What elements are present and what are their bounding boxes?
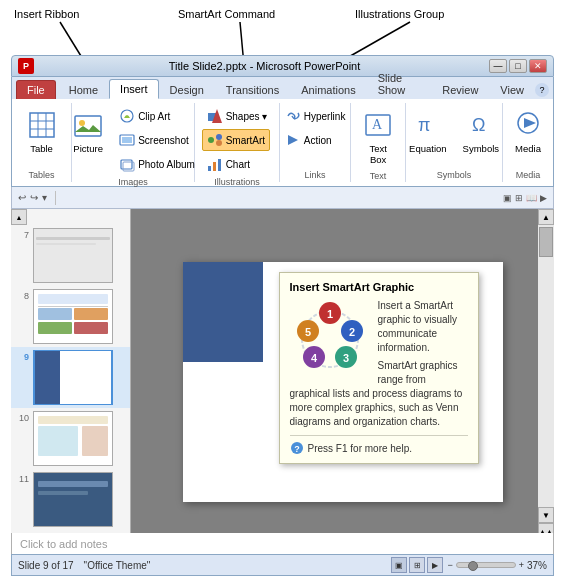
picture-button[interactable]: Picture	[66, 105, 110, 158]
symbol-icon: Ω	[465, 109, 497, 141]
slide-thumb-7[interactable]: 7	[11, 225, 130, 286]
toolbar-customize[interactable]: ▾	[42, 192, 47, 203]
slide-blue-block	[183, 262, 263, 362]
zoom-slider[interactable]	[456, 562, 516, 568]
shapes-icon	[207, 108, 223, 124]
tab-review[interactable]: Review	[431, 80, 489, 99]
slide-preview-7	[33, 228, 113, 283]
tab-slide-show[interactable]: Slide Show	[367, 68, 432, 99]
slide-thumb-11[interactable]: 11	[11, 469, 130, 530]
illustrations-group: Shapes ▾ SmartArt Chart Illustrations	[195, 103, 280, 182]
tooltip-title: Insert SmartArt Graphic	[290, 281, 468, 293]
svg-rect-45	[82, 426, 108, 456]
illustrations-group-label: Illustrations Group	[355, 8, 444, 20]
media-group: Media Media	[503, 103, 553, 182]
slide-scroll-up[interactable]: ▲	[11, 209, 27, 225]
text-box-label: TextBox	[369, 143, 386, 165]
tab-transitions[interactable]: Transitions	[215, 80, 290, 99]
normal-view-status-btn[interactable]: ▣	[391, 557, 407, 573]
zoom-out-btn[interactable]: −	[447, 560, 452, 570]
smartart-button[interactable]: SmartArt	[202, 129, 270, 151]
slide-sorter-btn[interactable]: ⊞	[515, 193, 523, 203]
slide-thumb-10[interactable]: 10	[11, 408, 130, 469]
picture-icon	[72, 109, 104, 141]
slide-num-11: 11	[15, 474, 29, 484]
shapes-button[interactable]: Shapes ▾	[202, 105, 273, 127]
toolbar-undo[interactable]: ↩	[18, 192, 26, 203]
svg-point-18	[216, 134, 222, 140]
images-group-label: Images	[118, 177, 148, 187]
tab-animations[interactable]: Animations	[290, 80, 366, 99]
slideshow-btn[interactable]: ▶	[540, 193, 547, 203]
tooltip-footer: ? Press F1 for more help.	[290, 435, 468, 455]
scroll-down-btn[interactable]: ▼	[538, 507, 554, 523]
svg-marker-23	[288, 135, 298, 145]
slide-preview-8	[33, 289, 113, 344]
help-icon[interactable]: ?	[535, 83, 549, 97]
scroll-thumb[interactable]	[539, 227, 553, 257]
scroll-track[interactable]	[538, 225, 554, 507]
action-button[interactable]: Action	[280, 129, 337, 151]
slide-thumb-9[interactable]: 9	[11, 347, 130, 408]
tab-home[interactable]: Home	[58, 80, 109, 99]
equation-button[interactable]: π Equation	[403, 105, 453, 158]
slideshow-status-btn[interactable]: ▶	[427, 557, 443, 573]
table-button[interactable]: Table	[20, 105, 64, 158]
text-box-button[interactable]: A TextBox	[356, 105, 400, 169]
photo-album-button[interactable]: Photo Album	[114, 153, 200, 175]
slide-canvas[interactable]: Insert SmartArt Graphic 1 2 3	[183, 262, 503, 502]
clip-art-icon	[119, 108, 135, 124]
symbol-button[interactable]: Ω Symbols	[457, 105, 505, 158]
svg-point-9	[79, 120, 85, 126]
sorter-view-status-btn[interactable]: ⊞	[409, 557, 425, 573]
hyperlink-icon	[285, 108, 301, 124]
main-area: ▲ 7 8 9	[11, 209, 554, 555]
svg-rect-20	[208, 166, 211, 171]
screenshot-icon	[119, 132, 135, 148]
tab-file[interactable]: File	[16, 80, 56, 99]
media-button[interactable]: Media	[506, 105, 550, 158]
slide-preview-10	[33, 411, 113, 466]
svg-marker-29	[524, 118, 536, 128]
help-circle-icon: ?	[290, 441, 304, 455]
tab-insert[interactable]: Insert	[109, 79, 159, 99]
canvas-area: Insert SmartArt Graphic 1 2 3	[131, 209, 554, 555]
photo-album-label: Photo Album	[138, 159, 195, 170]
toolbar-redo[interactable]: ↪	[30, 192, 38, 203]
minimize-button[interactable]: —	[489, 59, 507, 73]
images-group: Picture Clip Art Screenshot	[72, 103, 195, 182]
svg-text:2: 2	[348, 326, 354, 338]
chart-button[interactable]: Chart	[202, 153, 255, 175]
symbols-group-label: Symbols	[437, 170, 472, 180]
screenshot-label: Screenshot	[138, 135, 189, 146]
chart-icon	[207, 156, 223, 172]
tab-design[interactable]: Design	[159, 80, 215, 99]
links-group-label: Links	[305, 170, 326, 180]
svg-rect-43	[38, 416, 108, 424]
screenshot-button[interactable]: Screenshot	[114, 129, 200, 151]
svg-rect-48	[38, 491, 88, 495]
zoom-level: 37%	[527, 560, 547, 571]
clip-art-button[interactable]: Clip Art	[114, 105, 200, 127]
normal-view-btn[interactable]: ▣	[503, 193, 512, 203]
svg-rect-31	[36, 237, 110, 240]
action-label: Action	[304, 135, 332, 146]
reading-view-btn[interactable]: 📖	[526, 193, 537, 203]
zoom-in-btn[interactable]: +	[519, 560, 524, 570]
maximize-button[interactable]: □	[509, 59, 527, 73]
text-group: A TextBox Text	[351, 103, 406, 182]
tab-view[interactable]: View	[489, 80, 535, 99]
symbols-group: π Equation Ω Symbols Symbols	[406, 103, 503, 182]
svg-rect-8	[75, 116, 101, 136]
slide-thumb-8[interactable]: 8	[11, 286, 130, 347]
svg-text:Ω: Ω	[472, 115, 485, 135]
title-bar: P Title Slide2.pptx - Microsoft PowerPoi…	[11, 55, 554, 77]
zoom-thumb[interactable]	[468, 561, 478, 571]
scroll-up-btn[interactable]: ▲	[538, 209, 554, 225]
hyperlink-button[interactable]: Hyperlink	[280, 105, 351, 127]
notes-bar[interactable]: Click to add notes	[11, 533, 554, 555]
close-button[interactable]: ✕	[529, 59, 547, 73]
equation-label: Equation	[409, 143, 447, 154]
app-icon: P	[18, 58, 34, 74]
svg-text:5: 5	[304, 326, 310, 338]
